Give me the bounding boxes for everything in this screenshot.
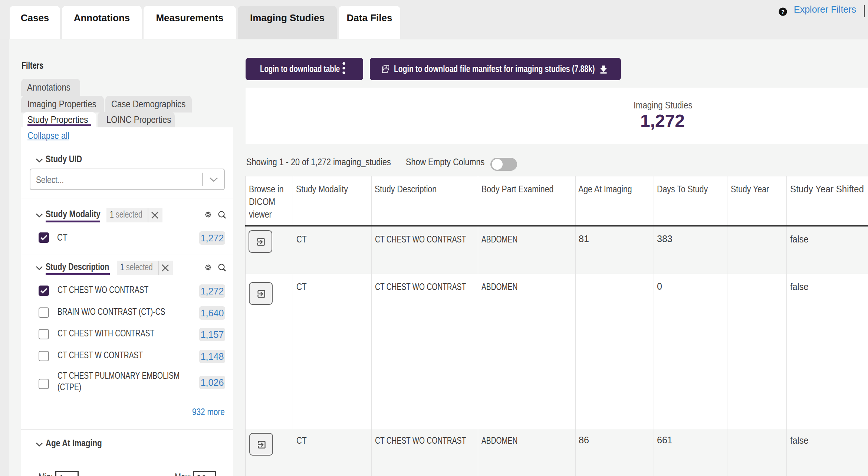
svg-text:?: ?: [781, 9, 785, 15]
